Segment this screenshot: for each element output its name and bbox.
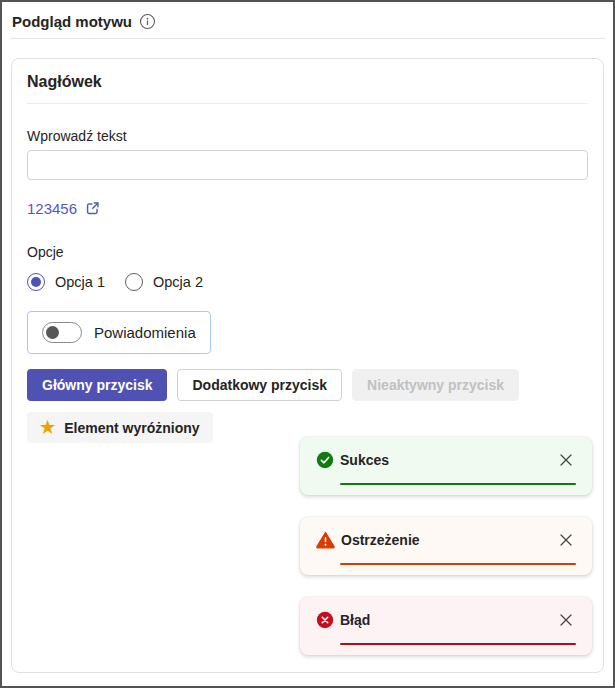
page-title: Podgląd motywu — [12, 13, 132, 30]
radio-input-unselected[interactable] — [125, 273, 143, 291]
notifications-toggle-group: Powiadomienia — [27, 311, 211, 354]
star-icon: ★ — [40, 419, 55, 436]
toast-title: Ostrzeżenie — [341, 532, 420, 548]
success-icon — [316, 451, 334, 469]
primary-button[interactable]: Główny przycisk — [27, 369, 167, 401]
section-heading: Nagłówek — [27, 73, 588, 104]
toast-title: Błąd — [340, 612, 370, 628]
toast-accent-underline — [340, 643, 576, 645]
toast-success: Sukces — [300, 437, 592, 495]
radio-input-selected[interactable] — [27, 273, 45, 291]
toast-stack: Sukces — [300, 437, 592, 655]
toggle-label: Powiadomienia — [94, 324, 196, 341]
close-icon[interactable] — [556, 450, 576, 470]
toast-error: Błąd — [300, 597, 592, 655]
close-icon[interactable] — [556, 610, 576, 630]
radio-option-1[interactable]: Opcja 1 — [27, 273, 105, 291]
radio-label: Opcja 1 — [55, 274, 105, 290]
text-field-label: Wprowadź tekst — [27, 128, 588, 144]
preview-card: Nagłówek Wprowadź tekst 123456 Opcje — [11, 58, 604, 673]
external-link-icon — [84, 200, 101, 217]
featured-item[interactable]: ★ Element wyróżniony — [27, 412, 213, 443]
featured-label: Element wyróżniony — [64, 420, 199, 436]
warning-icon — [316, 531, 335, 549]
button-row: Główny przycisk Dodatkowy przycisk Nieak… — [27, 369, 588, 401]
radio-dot — [31, 277, 41, 287]
radio-option-2[interactable]: Opcja 2 — [125, 273, 203, 291]
options-label: Opcje — [27, 244, 588, 260]
toast-accent-underline — [340, 563, 576, 565]
secondary-button[interactable]: Dodatkowy przycisk — [177, 369, 342, 401]
toggle-switch[interactable] — [42, 322, 82, 343]
radio-group: Opcja 1 Opcja 2 — [27, 273, 588, 291]
toast-title: Sukces — [340, 452, 389, 468]
panel-header: Podgląd motywu — [10, 2, 605, 39]
disabled-button: Nieaktywny przycisk — [352, 369, 519, 401]
toggle-knob — [46, 326, 59, 339]
error-icon — [316, 611, 334, 629]
toast-accent-underline — [340, 483, 576, 485]
close-icon[interactable] — [556, 530, 576, 550]
text-input[interactable] — [27, 150, 588, 180]
info-icon[interactable] — [139, 13, 156, 30]
item-link[interactable]: 123456 — [27, 200, 101, 217]
toast-warning: Ostrzeżenie — [300, 517, 592, 575]
link-label: 123456 — [27, 200, 77, 217]
theme-preview-panel: Podgląd motywu Nagłówek Wprowadź tekst 1… — [0, 0, 615, 688]
radio-label: Opcja 2 — [153, 274, 203, 290]
